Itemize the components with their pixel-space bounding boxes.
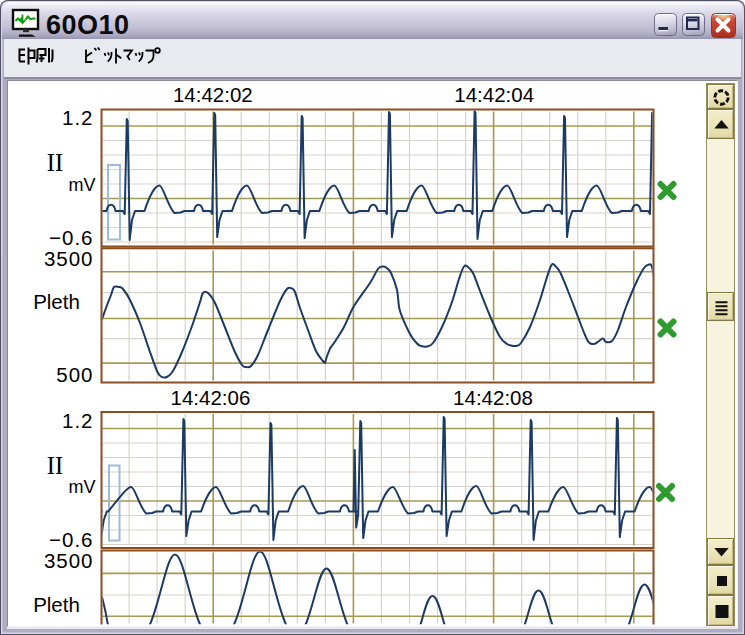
svg-text:1.2: 1.2 [62, 106, 94, 129]
svg-text:14:42:08: 14:42:08 [453, 386, 533, 409]
svg-text:−0.6: −0.6 [49, 226, 93, 249]
svg-text:II: II [47, 149, 63, 176]
svg-text:14:42:06: 14:42:06 [170, 386, 250, 409]
svg-text:−0.6: −0.6 [49, 528, 93, 551]
svg-text:1.2: 1.2 [62, 409, 94, 432]
svg-text:14:42:04: 14:42:04 [454, 83, 534, 106]
svg-text:mV: mV [69, 477, 96, 497]
svg-text:II: II [47, 452, 63, 479]
svg-text:mV: mV [69, 175, 96, 195]
svg-text:14:42:02: 14:42:02 [173, 83, 253, 106]
svg-text:3500: 3500 [44, 247, 94, 270]
svg-text:Pleth: Pleth [33, 593, 80, 616]
svg-text:3500: 3500 [44, 549, 94, 572]
svg-text:Pleth: Pleth [33, 290, 80, 313]
svg-text:500: 500 [56, 363, 93, 386]
